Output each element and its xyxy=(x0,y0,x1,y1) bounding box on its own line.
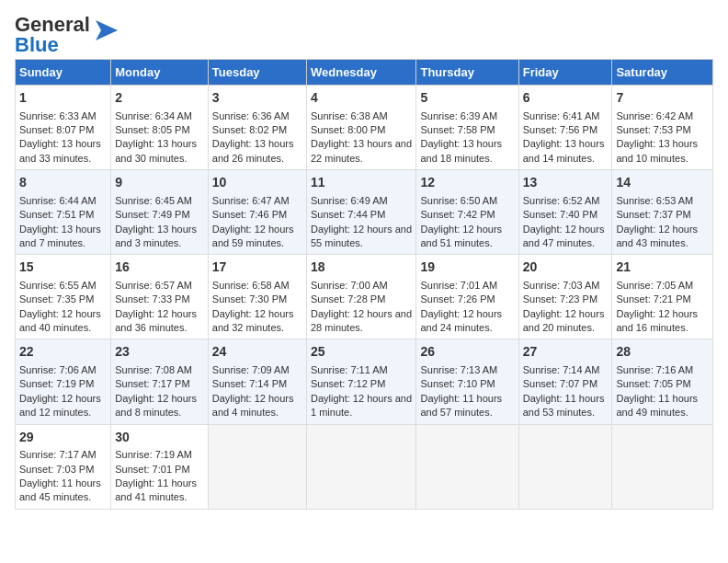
sunset-text: Sunset: 7:40 PM xyxy=(523,209,597,220)
calendar-cell: 3Sunrise: 6:36 AMSunset: 8:02 PMDaylight… xyxy=(208,86,306,170)
calendar-week-row: 1Sunrise: 6:33 AMSunset: 8:07 PMDaylight… xyxy=(16,86,713,170)
sunset-text: Sunset: 8:00 PM xyxy=(311,124,385,135)
logo-blue: Blue xyxy=(15,33,59,56)
day-number: 30 xyxy=(115,429,204,447)
sunrise-text: Sunrise: 7:03 AM xyxy=(523,280,600,291)
daylight-text: Daylight: 12 hours and 59 minutes. xyxy=(212,224,294,248)
calendar-header-row: SundayMondayTuesdayWednesdayThursdayFrid… xyxy=(16,60,713,86)
day-number: 29 xyxy=(19,429,107,447)
sunrise-text: Sunrise: 7:08 AM xyxy=(115,364,192,375)
daylight-text: Daylight: 13 hours and 10 minutes. xyxy=(616,138,698,163)
calendar-week-row: 22Sunrise: 7:06 AMSunset: 7:19 PMDayligh… xyxy=(16,339,713,424)
day-number: 28 xyxy=(616,343,709,362)
day-number: 26 xyxy=(420,343,514,362)
sunrise-text: Sunrise: 7:01 AM xyxy=(420,280,497,291)
sunrise-text: Sunrise: 6:39 AM xyxy=(420,110,497,121)
day-number: 7 xyxy=(616,89,709,108)
sunrise-text: Sunrise: 6:53 AM xyxy=(616,195,693,206)
calendar-cell xyxy=(612,424,713,509)
day-number: 20 xyxy=(523,259,609,277)
sunset-text: Sunset: 7:05 PM xyxy=(616,378,690,389)
daylight-text: Daylight: 12 hours and 24 minutes. xyxy=(420,308,502,333)
daylight-text: Daylight: 12 hours and 47 minutes. xyxy=(523,224,605,248)
sunrise-text: Sunrise: 6:57 AM xyxy=(115,280,192,291)
sunrise-text: Sunrise: 6:36 AM xyxy=(212,110,290,121)
day-number: 13 xyxy=(523,174,609,192)
sunset-text: Sunset: 7:26 PM xyxy=(420,293,495,304)
daylight-text: Daylight: 12 hours and 8 minutes. xyxy=(115,393,197,418)
sunrise-text: Sunrise: 7:00 AM xyxy=(311,280,388,291)
sunrise-text: Sunrise: 6:55 AM xyxy=(19,280,97,291)
day-number: 3 xyxy=(212,89,302,108)
day-number: 22 xyxy=(19,343,107,362)
day-number: 2 xyxy=(115,89,204,108)
calendar-cell: 1Sunrise: 6:33 AMSunset: 8:07 PMDaylight… xyxy=(16,86,111,170)
sunrise-text: Sunrise: 7:17 AM xyxy=(19,449,97,460)
sunrise-text: Sunrise: 6:33 AM xyxy=(19,110,97,121)
calendar-cell: 17Sunrise: 6:58 AMSunset: 7:30 PMDayligh… xyxy=(208,255,306,339)
daylight-text: Daylight: 13 hours and 18 minutes. xyxy=(420,138,502,163)
calendar-cell xyxy=(208,424,306,509)
calendar-cell: 15Sunrise: 6:55 AMSunset: 7:35 PMDayligh… xyxy=(16,255,111,339)
day-number: 10 xyxy=(212,174,302,192)
sunset-text: Sunset: 7:10 PM xyxy=(420,378,495,389)
calendar-cell: 30Sunrise: 7:19 AMSunset: 7:01 PMDayligh… xyxy=(111,424,209,509)
day-number: 16 xyxy=(115,259,204,277)
sunset-text: Sunset: 7:42 PM xyxy=(420,209,495,220)
calendar-cell: 25Sunrise: 7:11 AMSunset: 7:12 PMDayligh… xyxy=(306,339,415,424)
calendar-cell: 16Sunrise: 6:57 AMSunset: 7:33 PMDayligh… xyxy=(111,255,209,339)
day-number: 11 xyxy=(311,174,412,192)
logo-arrow-icon xyxy=(92,17,121,44)
calendar-cell: 29Sunrise: 7:17 AMSunset: 7:03 PMDayligh… xyxy=(16,424,111,509)
sunrise-text: Sunrise: 6:50 AM xyxy=(420,195,497,206)
sunset-text: Sunset: 8:02 PM xyxy=(212,124,287,135)
sunrise-text: Sunrise: 6:38 AM xyxy=(311,110,388,121)
calendar-cell: 7Sunrise: 6:42 AMSunset: 7:53 PMDaylight… xyxy=(612,86,713,170)
sunset-text: Sunset: 7:30 PM xyxy=(212,293,287,304)
calendar-week-row: 15Sunrise: 6:55 AMSunset: 7:35 PMDayligh… xyxy=(16,255,713,339)
daylight-text: Daylight: 11 hours and 41 minutes. xyxy=(115,477,197,502)
sunrise-text: Sunrise: 6:45 AM xyxy=(115,195,192,206)
daylight-text: Daylight: 12 hours and 55 minutes. xyxy=(311,224,412,248)
daylight-text: Daylight: 11 hours and 53 minutes. xyxy=(523,393,605,418)
day-number: 17 xyxy=(212,259,302,277)
daylight-text: Daylight: 13 hours and 26 minutes. xyxy=(212,138,294,163)
day-number: 14 xyxy=(616,174,709,192)
logo-text: General Blue xyxy=(15,15,90,55)
calendar-cell xyxy=(306,424,415,509)
sunset-text: Sunset: 7:01 PM xyxy=(115,464,189,475)
daylight-text: Daylight: 12 hours and 32 minutes. xyxy=(212,308,294,333)
daylight-text: Daylight: 13 hours and 33 minutes. xyxy=(19,138,101,163)
sunrise-text: Sunrise: 7:11 AM xyxy=(311,364,388,375)
calendar-cell: 9Sunrise: 6:45 AMSunset: 7:49 PMDaylight… xyxy=(111,170,209,255)
day-header-friday: Friday xyxy=(518,60,612,86)
day-number: 9 xyxy=(115,174,204,192)
calendar-cell: 13Sunrise: 6:52 AMSunset: 7:40 PMDayligh… xyxy=(518,170,612,255)
daylight-text: Daylight: 11 hours and 45 minutes. xyxy=(19,477,101,502)
daylight-text: Daylight: 13 hours and 3 minutes. xyxy=(115,224,197,248)
sunset-text: Sunset: 7:33 PM xyxy=(115,293,189,304)
calendar-cell: 2Sunrise: 6:34 AMSunset: 8:05 PMDaylight… xyxy=(111,86,209,170)
svg-marker-0 xyxy=(96,20,118,40)
calendar-cell: 18Sunrise: 7:00 AMSunset: 7:28 PMDayligh… xyxy=(306,255,415,339)
daylight-text: Daylight: 12 hours and 40 minutes. xyxy=(19,308,101,333)
calendar-cell: 26Sunrise: 7:13 AMSunset: 7:10 PMDayligh… xyxy=(416,339,518,424)
sunset-text: Sunset: 7:21 PM xyxy=(616,293,690,304)
calendar-cell: 8Sunrise: 6:44 AMSunset: 7:51 PMDaylight… xyxy=(16,170,111,255)
daylight-text: Daylight: 13 hours and 22 minutes. xyxy=(311,138,412,163)
daylight-text: Daylight: 12 hours and 28 minutes. xyxy=(311,308,412,333)
calendar-cell: 23Sunrise: 7:08 AMSunset: 7:17 PMDayligh… xyxy=(111,339,209,424)
calendar-cell xyxy=(518,424,612,509)
day-header-wednesday: Wednesday xyxy=(306,60,415,86)
sunrise-text: Sunrise: 6:44 AM xyxy=(19,195,97,206)
calendar-cell: 24Sunrise: 7:09 AMSunset: 7:14 PMDayligh… xyxy=(208,339,306,424)
calendar-cell: 10Sunrise: 6:47 AMSunset: 7:46 PMDayligh… xyxy=(208,170,306,255)
day-number: 21 xyxy=(616,259,709,277)
sunset-text: Sunset: 7:53 PM xyxy=(616,124,690,135)
sunset-text: Sunset: 7:37 PM xyxy=(616,209,690,220)
logo: General Blue xyxy=(15,15,121,55)
day-header-tuesday: Tuesday xyxy=(208,60,306,86)
sunrise-text: Sunrise: 7:13 AM xyxy=(420,364,497,375)
calendar-cell: 20Sunrise: 7:03 AMSunset: 7:23 PMDayligh… xyxy=(518,255,612,339)
calendar-cell: 11Sunrise: 6:49 AMSunset: 7:44 PMDayligh… xyxy=(306,170,415,255)
